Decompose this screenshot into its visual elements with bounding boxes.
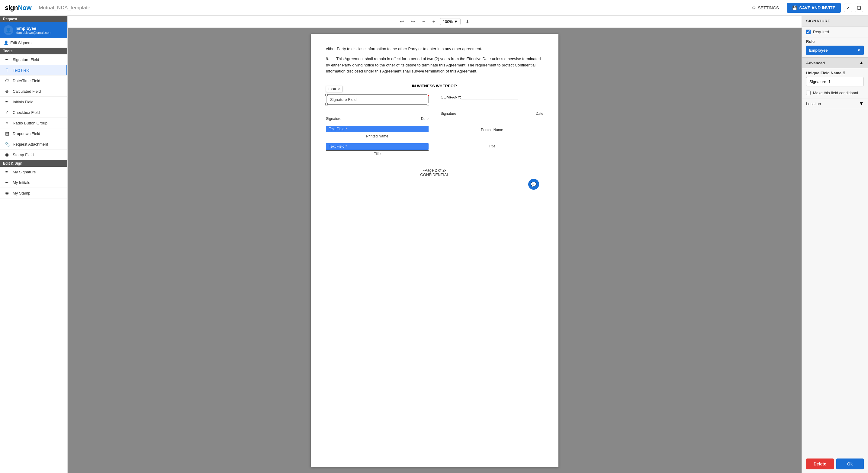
- undo-button[interactable]: ↩: [398, 18, 406, 26]
- save-invite-button[interactable]: 💾 SAVE AND INVITE: [787, 3, 841, 13]
- advanced-row[interactable]: Advanced ▲: [802, 57, 868, 68]
- role-select[interactable]: Employee ▼: [806, 45, 864, 55]
- corner-handle-tl[interactable]: [325, 94, 328, 96]
- right-sig-line: [441, 106, 543, 106]
- location-label: Location: [806, 101, 821, 106]
- redo-button[interactable]: ↪: [409, 18, 417, 26]
- edit-signers-button[interactable]: 👤 Edit Signers: [0, 38, 67, 48]
- comment-button[interactable]: 💬: [528, 179, 539, 190]
- sidebar-item-checkbox-field[interactable]: ✓ Checkbox Field: [0, 107, 67, 118]
- sidebar-item-stamp-field[interactable]: ◉ Stamp Field: [0, 150, 67, 160]
- text-icon: T: [4, 68, 10, 72]
- checkbox-icon: ✓: [4, 110, 10, 115]
- initials-icon: ✒: [4, 99, 10, 104]
- request-label: Request: [0, 16, 67, 22]
- zoom-dropdown-icon: ▼: [454, 19, 458, 24]
- settings-button[interactable]: ⚙ SETTINGS: [749, 4, 782, 12]
- info-icon: ℹ: [843, 71, 845, 75]
- main-area: Request 👤 Employee daniel.lowe@email.com…: [0, 16, 868, 473]
- right-name-line: [441, 122, 543, 122]
- location-row[interactable]: Location ▼: [802, 98, 868, 109]
- edit-sign-label: Edit & Sign: [0, 160, 67, 167]
- paragraph-intro: either Party to disclose information to …: [326, 46, 543, 52]
- zoom-display[interactable]: 100% ▼: [440, 18, 461, 25]
- attachment-icon: 📎: [4, 141, 10, 147]
- sidebar-item-initials-field[interactable]: ✒ Initials Field: [0, 97, 67, 107]
- radio-button-group-label: Radio Button Group: [13, 121, 48, 125]
- corner-handle-br[interactable]: [427, 103, 429, 105]
- checkbox-field-label: Checkbox Field: [13, 110, 40, 115]
- right-sig-col: COMPANY:__________________________ Signa…: [441, 94, 543, 156]
- sidebar-item-request-attachment[interactable]: 📎 Request Attachment: [0, 139, 67, 150]
- my-initials-icon: ✒: [4, 180, 10, 185]
- sidebar-item-text-field[interactable]: T Text Field: [0, 65, 67, 75]
- left-text-field-1-line: [326, 133, 429, 133]
- right-sig-labels: Signature Date: [441, 112, 543, 116]
- calculated-field-label: Calculated Field: [13, 89, 41, 94]
- delete-button[interactable]: Delete: [806, 459, 834, 469]
- left-text-field-2-label: Text Field: [329, 145, 344, 149]
- active-field-label: Signature Field: [330, 97, 356, 102]
- gear-icon: ⚙: [752, 5, 756, 10]
- chevron-down-icon: ▼: [859, 101, 864, 106]
- left-date-label: Date: [421, 117, 429, 121]
- corner-handle-bl[interactable]: [325, 103, 328, 105]
- left-text-field-1-container: Text Field * Printed Name: [326, 126, 429, 138]
- left-text-field-2[interactable]: Text Field *: [326, 143, 429, 150]
- required-dot: ●: [427, 94, 429, 97]
- panel-actions: Delete Ok: [802, 455, 868, 473]
- datetime-field-label: Date/Time Field: [13, 78, 40, 83]
- right-title-caption: Title: [441, 144, 543, 148]
- my-signature-icon: ✒: [4, 169, 10, 174]
- left-text-field-2-line: [326, 150, 429, 151]
- sidebar-item-datetime-field[interactable]: ⏱ Date/Time Field: [0, 75, 67, 86]
- left-sig-labels: Signature Date: [326, 117, 429, 121]
- left-printed-name-caption: Printed Name: [326, 134, 429, 138]
- text-field-label: Text Field: [13, 68, 30, 72]
- required-checkbox[interactable]: [806, 30, 811, 34]
- right-title-line: [441, 138, 543, 138]
- left-text-field-1[interactable]: Text Field *: [326, 126, 429, 132]
- unique-field-name-input[interactable]: [806, 77, 864, 86]
- signature-icon: ✒: [4, 57, 10, 62]
- sidebar-item-my-initials[interactable]: ✒ My Initials: [0, 177, 67, 188]
- sidebar-item-my-stamp[interactable]: ◉ My Stamp: [0, 188, 67, 198]
- zoom-out-button[interactable]: −: [420, 18, 427, 26]
- my-signature-label: My Signature: [13, 170, 36, 174]
- drag-icon[interactable]: ⊹: [328, 87, 330, 91]
- zoom-in-button[interactable]: +: [430, 18, 437, 26]
- active-signature-container: ⊹ OK ✕ Signature Field ●: [326, 94, 429, 105]
- ok-button[interactable]: Ok: [836, 459, 864, 469]
- copy-icon[interactable]: ❑: [855, 4, 863, 12]
- conditional-checkbox[interactable]: [806, 91, 811, 95]
- bottom-comment-area: 💬: [322, 179, 539, 190]
- rp-spacer: [802, 109, 868, 455]
- signature-grid: ⊹ OK ✕ Signature Field ●: [326, 94, 543, 156]
- employee-item[interactable]: 👤 Employee daniel.lowe@email.com: [0, 22, 67, 38]
- sidebar-item-my-signature[interactable]: ✒ My Signature: [0, 167, 67, 177]
- signature-field-selected[interactable]: Signature Field ●: [326, 94, 429, 105]
- sidebar-item-radio-button-group[interactable]: ○ Radio Button Group: [0, 118, 67, 128]
- top-bar: signNow Mutual_NDA_template ⚙ SETTINGS 💾…: [0, 0, 868, 16]
- advanced-label: Advanced: [806, 61, 825, 65]
- chevron-up-icon: ▲: [859, 60, 864, 66]
- field-ok-button[interactable]: OK: [331, 87, 336, 91]
- employee-avatar: 👤: [4, 25, 13, 35]
- right-sig-label: Signature: [441, 112, 456, 116]
- right-company-header: COMPANY:__________________________: [441, 94, 543, 100]
- request-section: Request 👤 Employee daniel.lowe@email.com…: [0, 16, 67, 48]
- left-sig-label: Signature: [326, 117, 341, 121]
- stamp-icon: ◉: [4, 152, 10, 157]
- sidebar-item-dropdown-field[interactable]: ▤ Dropdown Field: [0, 128, 67, 139]
- zoom-level: 100%: [443, 19, 453, 24]
- sidebar-item-calculated-field[interactable]: ⊕ Calculated Field: [0, 86, 67, 97]
- expand-icon[interactable]: ⤢: [844, 4, 852, 12]
- left-sig-col: ⊹ OK ✕ Signature Field ●: [326, 94, 429, 156]
- field-close-button[interactable]: ✕: [338, 87, 341, 91]
- left-text-field-2-container: Text Field * Title: [326, 143, 429, 156]
- view-icons: ⤢ ❑: [844, 4, 863, 12]
- dropdown-field-label: Dropdown Field: [13, 131, 40, 136]
- document-scroll[interactable]: either Party to disclose information to …: [68, 28, 802, 473]
- sidebar-item-signature-field[interactable]: ✒ Signature Field: [0, 54, 67, 65]
- download-button[interactable]: ⬇: [463, 18, 472, 26]
